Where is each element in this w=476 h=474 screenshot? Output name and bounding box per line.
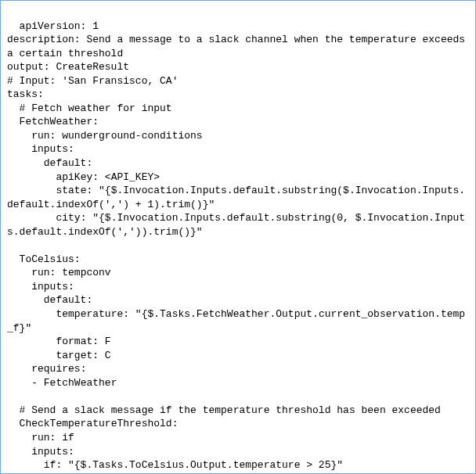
code-content: apiVersion: 1 description: Send a messag…	[7, 20, 471, 474]
code-editor[interactable]: apiVersion: 1 description: Send a messag…	[0, 0, 476, 474]
resize-handle-icon[interactable]	[464, 462, 474, 472]
